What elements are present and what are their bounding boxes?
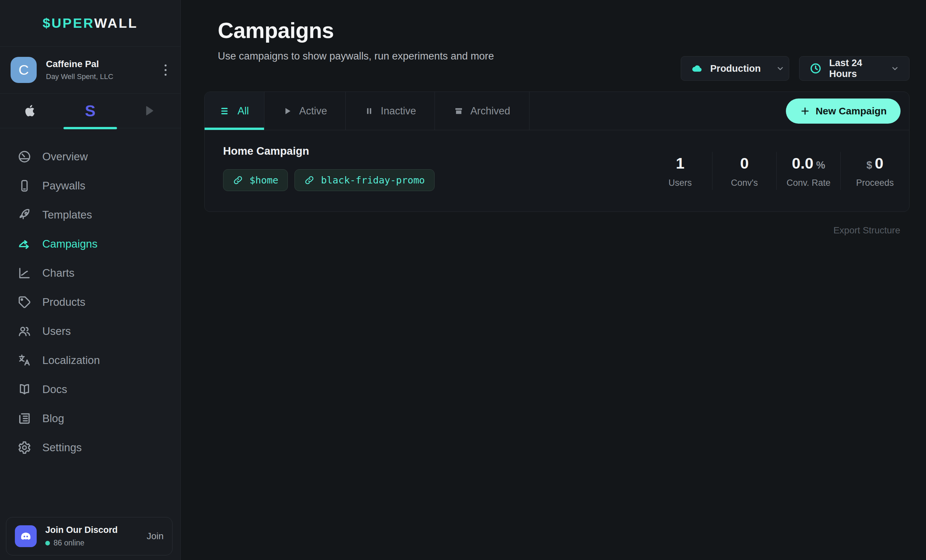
chevron-down-icon [891, 64, 899, 73]
sidebar-item-label: Templates [42, 209, 92, 221]
play-icon [283, 106, 292, 116]
campaign-row[interactable]: Home Campaign $home [204, 130, 909, 212]
sidebar-item-localization[interactable]: Localization [0, 346, 180, 375]
stat-conversion-rate: 0.0 % Conv. Rate [776, 152, 840, 190]
stat-number: 0 [740, 154, 749, 172]
account-text: Caffeine Pal Day Well Spent, LLC [46, 59, 113, 81]
placement-label: black-friday-promo [321, 174, 425, 186]
stat-proceeds: $ 0 Proceeds [840, 152, 909, 190]
sidebar-item-paywalls[interactable]: Paywalls [0, 171, 180, 200]
stat-label: Conv. Rate [787, 178, 831, 188]
sidebar: $UPERWALL C Caffeine Pal Day Well Spent,… [0, 0, 181, 560]
sidebar-item-label: Localization [42, 354, 100, 366]
discord-title: Join Our Discord [45, 525, 118, 535]
stat-users: 1 Users [648, 152, 712, 190]
time-range-value: Last 24 Hours [829, 58, 875, 79]
platform-tab-apple[interactable] [0, 94, 60, 128]
export-row: Export Structure [204, 225, 909, 236]
price-tag-icon [17, 295, 32, 309]
translate-icon [17, 353, 32, 368]
sidebar-item-users[interactable]: Users [0, 317, 180, 346]
placement-tag[interactable]: black-friday-promo [295, 169, 434, 191]
new-campaign-button[interactable]: New Campaign [786, 98, 900, 124]
page-header: Campaigns Use campaigns to show paywalls… [181, 0, 926, 62]
platform-tab-superwall[interactable]: S [60, 94, 120, 128]
clock-icon [809, 62, 822, 75]
filters-bar: Production Last 24 Hours [681, 56, 909, 81]
sidebar-item-label: Settings [42, 441, 82, 454]
sidebar-item-label: Paywalls [42, 180, 85, 192]
superwall-logo[interactable]: $UPERWALL [42, 15, 138, 31]
phone-icon [17, 179, 32, 193]
tab-inactive[interactable]: Inactive [346, 92, 435, 130]
campaign-tabs: All Active Inactive [204, 92, 909, 130]
sidebar-item-templates[interactable]: Templates [0, 200, 180, 229]
stat-label: Users [669, 178, 692, 188]
tab-label: Active [299, 105, 327, 117]
tab-label: All [238, 105, 249, 117]
sidebar-item-blog[interactable]: Blog [0, 404, 180, 433]
online-dot-icon [45, 541, 50, 545]
platform-switcher: S [0, 94, 180, 128]
platform-tab-google-play[interactable] [120, 94, 180, 128]
discord-online-count: 86 online [53, 539, 84, 548]
discord-text: Join Our Discord 86 online [45, 525, 118, 548]
time-range-dropdown[interactable]: Last 24 Hours [799, 56, 909, 81]
discord-join-button[interactable]: Join [147, 531, 163, 542]
stat-prefix: $ [867, 159, 872, 171]
list-lines-icon [220, 106, 231, 117]
people-icon [17, 324, 32, 339]
sidebar-item-products[interactable]: Products [0, 288, 180, 317]
overview-gauge-icon [17, 150, 32, 164]
main-content: Campaigns Use campaigns to show paywalls… [181, 0, 926, 560]
cloud-icon [691, 62, 703, 74]
line-chart-icon [17, 266, 32, 280]
sidebar-nav: Overview Paywalls Templates [0, 128, 180, 462]
tab-label: Inactive [381, 105, 416, 117]
account-name: Caffeine Pal [46, 59, 113, 70]
split-arrows-icon [17, 237, 32, 251]
stat-number: 0 [875, 154, 884, 172]
sidebar-item-label: Campaigns [42, 238, 97, 250]
tab-archived[interactable]: Archived [435, 92, 530, 130]
sidebar-item-campaigns[interactable]: Campaigns [0, 229, 180, 259]
logo-rest-text: WALL [94, 15, 138, 31]
sidebar-item-charts[interactable]: Charts [0, 259, 180, 288]
newspaper-icon [17, 411, 32, 426]
discord-card[interactable]: Join Our Discord 86 online Join [6, 517, 172, 555]
sidebar-item-label: Charts [42, 267, 74, 279]
avatar: C [11, 57, 37, 83]
campaigns-panel: All Active Inactive [204, 92, 909, 212]
pause-icon [364, 106, 374, 116]
sidebar-item-label: Users [42, 325, 71, 338]
tab-all[interactable]: All [204, 92, 264, 130]
sidebar-item-overview[interactable]: Overview [0, 142, 180, 171]
superwall-s-icon: S [85, 102, 95, 120]
account-org: Day Well Spent, LLC [46, 73, 113, 81]
chevron-down-icon [776, 64, 785, 73]
tab-active[interactable]: Active [264, 92, 346, 130]
tab-label: Archived [470, 105, 510, 117]
account-menu-kebab-icon[interactable] [161, 61, 170, 79]
placement-label: $home [250, 174, 278, 186]
environment-value: Production [710, 63, 761, 74]
open-book-icon [17, 382, 32, 397]
discord-icon [15, 525, 37, 547]
sidebar-item-docs[interactable]: Docs [0, 375, 180, 404]
stat-label: Conv's [731, 178, 758, 188]
link-icon [233, 175, 243, 185]
discord-online: 86 online [45, 539, 118, 548]
sidebar-item-settings[interactable]: Settings [0, 433, 180, 462]
stat-number: 0.0 [792, 154, 813, 172]
sidebar-item-label: Products [42, 296, 85, 309]
campaigns-panel-area: All Active Inactive [204, 92, 909, 236]
environment-dropdown[interactable]: Production [681, 56, 789, 81]
apple-icon [23, 104, 37, 118]
sidebar-item-label: Docs [42, 383, 67, 396]
export-structure-link[interactable]: Export Structure [834, 225, 900, 236]
placement-tag[interactable]: $home [223, 169, 288, 191]
link-icon [304, 175, 315, 185]
stat-conversions: 0 Conv's [712, 152, 776, 190]
rocket-icon [17, 207, 32, 222]
account-switcher[interactable]: C Caffeine Pal Day Well Spent, LLC [0, 47, 180, 94]
